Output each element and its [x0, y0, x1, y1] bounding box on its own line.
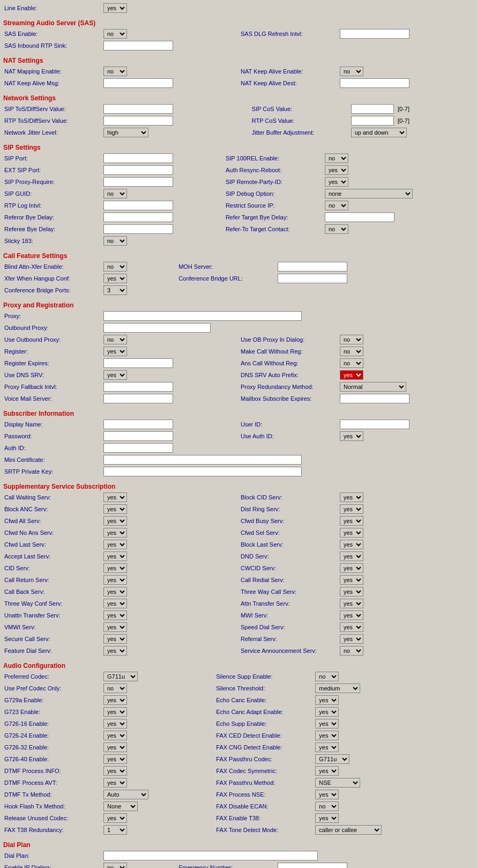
cfwd-busy-select[interactable]: yesno — [340, 516, 363, 526]
fax-codec-sym-select[interactable]: yesno — [315, 766, 339, 776]
dist-ring-select[interactable]: yesno — [340, 504, 363, 514]
dial-plan-input[interactable]: (*xx|*xxxxx[3469]11|0|00|[2-9]xxxxxx|1xx… — [103, 851, 318, 860]
jitter-adj-select[interactable]: up and downup onlydisable — [351, 128, 407, 137]
fax-passthru-method-select[interactable]: NSEReINVITE — [315, 778, 360, 788]
mini-cert-input[interactable] — [103, 455, 302, 465]
rtp-cos-input[interactable]: 6 — [351, 116, 394, 126]
rtp-log-input[interactable]: 0 — [103, 201, 173, 210]
feature-dial-select[interactable]: yesno — [103, 646, 127, 656]
cwcid-select[interactable]: yesno — [340, 563, 363, 573]
three-way-conf-select[interactable]: yesno — [103, 599, 127, 608]
fax-disable-ecan-select[interactable]: noyes — [315, 801, 339, 811]
echo-canc-adapt-select[interactable]: yesno — [315, 707, 339, 717]
blind-attn-select[interactable]: noyes — [103, 262, 127, 271]
rtp-tos-input[interactable]: 0xb8 — [103, 116, 173, 126]
conf-bridge-select[interactable]: 324 — [103, 285, 127, 295]
referee-bye-input[interactable]: 0 — [103, 224, 173, 234]
enable-ip-select[interactable]: noyes — [103, 863, 127, 868]
fax-ced-select[interactable]: yesno — [315, 731, 339, 740]
password-input[interactable]: abcd1234 — [103, 431, 173, 441]
accept-last-select[interactable]: yesno — [103, 551, 127, 561]
use-auth-select[interactable]: yesno — [340, 431, 363, 441]
voice-mail-input[interactable] — [103, 394, 173, 403]
cid-serv-select[interactable]: yesno — [103, 563, 127, 573]
register-expires-input[interactable]: 3600 — [103, 358, 173, 368]
ext-sip-input[interactable] — [103, 165, 173, 175]
auth-id-input[interactable]: 1234567 — [103, 443, 173, 453]
fax-tone-select[interactable]: caller or calleecallercallee — [315, 825, 382, 835]
release-unused-select[interactable]: yesno — [103, 813, 127, 823]
cfwd-no-ans-select[interactable]: yesno — [103, 528, 127, 538]
srtp-key-input[interactable] — [103, 467, 302, 476]
use-ob-proxy-select[interactable]: noyes — [103, 335, 127, 344]
silence-threshold-select[interactable]: mediumlowhigh — [315, 683, 360, 693]
proxy-input[interactable]: localphone.com — [103, 311, 302, 321]
echo-canc-select[interactable]: yesno — [315, 695, 339, 705]
use-pref-codec-select[interactable]: noyes — [103, 683, 127, 693]
sip-100rel-select[interactable]: noyes — [325, 153, 348, 163]
g726-24-select[interactable]: yesno — [103, 731, 127, 740]
make-call-select[interactable]: noyes — [340, 347, 363, 356]
restrict-source-select[interactable]: noyes — [325, 201, 348, 210]
g726-32-select[interactable]: yesno — [103, 742, 127, 752]
xfer-hangup-select[interactable]: yesno — [103, 274, 127, 283]
nat-keepalive-msg-input[interactable]: $NOTIFY — [103, 78, 173, 88]
three-way-call-select[interactable]: yesno — [340, 587, 363, 597]
sip-proxy-require-input[interactable] — [103, 177, 173, 187]
referral-select[interactable]: yesno — [340, 634, 363, 644]
user-id-input[interactable]: 1234567 — [340, 420, 409, 429]
auth-resync-select[interactable]: yesno — [325, 165, 348, 175]
fax-passthru-codec-select[interactable]: G711uG711a — [315, 754, 349, 764]
block-cid-select[interactable]: yesno — [340, 492, 363, 502]
proxy-fallback-input[interactable]: 3600 — [103, 382, 173, 392]
g729a-select[interactable]: yesno — [103, 695, 127, 705]
call-waiting-select[interactable]: yesno — [103, 492, 127, 502]
sticky-select[interactable]: noyes — [103, 236, 127, 246]
sas-dlg-input[interactable]: 30 — [340, 29, 409, 39]
line-enable-select[interactable]: yesno — [103, 3, 127, 13]
speed-dial-select[interactable]: yesno — [340, 622, 363, 632]
refer-target-input[interactable]: 0 — [325, 212, 394, 222]
dtmf-tx-select[interactable]: AutoAVTINFOInBand — [103, 790, 148, 799]
cfwd-sel-select[interactable]: yesno — [340, 528, 363, 538]
secure-call-select[interactable]: yesno — [103, 634, 127, 644]
sip-tos-input[interactable]: 0x68 — [103, 104, 173, 114]
g723-select[interactable]: yesno — [103, 707, 127, 717]
fax-process-nse-select[interactable]: yesno — [315, 790, 339, 799]
cfwd-last-select[interactable]: yesno — [103, 540, 127, 549]
dns-srv-prefix-select[interactable]: yesno — [340, 370, 363, 380]
use-ob-dialog-select[interactable]: noyes — [340, 335, 363, 344]
dtmf-process-info-select[interactable]: yesno — [103, 766, 127, 776]
echo-supp-select[interactable]: yesno — [315, 719, 339, 729]
fax-enable-t38-select[interactable]: yesno — [315, 813, 339, 823]
sas-inbound-input[interactable] — [103, 41, 173, 50]
nat-keepalive-dest-input[interactable]: $PROXY — [340, 78, 409, 88]
use-dns-select[interactable]: yesno — [103, 370, 127, 380]
outbound-proxy-input[interactable] — [103, 323, 211, 333]
cfwd-all-select[interactable]: yesno — [103, 516, 127, 526]
attn-transfer-select[interactable]: yesno — [340, 599, 363, 608]
call-return-select[interactable]: yesno — [103, 575, 127, 585]
call-back-select[interactable]: yesno — [103, 587, 127, 597]
display-name-input[interactable]: Joe Bloggs — [103, 420, 173, 429]
call-redial-select[interactable]: yesno — [340, 575, 363, 585]
silence-supp-select[interactable]: noyes — [315, 672, 339, 681]
sip-remote-select[interactable]: yesno — [325, 177, 348, 187]
block-last-select[interactable]: yesno — [340, 540, 363, 549]
fax-cng-select[interactable]: yesno — [315, 742, 339, 752]
jitter-level-select[interactable]: highmediumlow — [103, 128, 148, 137]
proxy-redundancy-select[interactable]: NormalBased on SRV Port — [340, 382, 406, 392]
block-anc-select[interactable]: yesno — [103, 504, 127, 514]
dtmf-process-avt-select[interactable]: yesno — [103, 778, 127, 788]
mwi-select[interactable]: yesno — [340, 610, 363, 620]
emergency-input[interactable] — [278, 863, 347, 868]
dnd-select[interactable]: yesno — [340, 551, 363, 561]
nat-mapping-select[interactable]: noyes — [103, 67, 127, 76]
preferred-codec-select[interactable]: G711uG711aG729a — [103, 672, 138, 681]
register-select[interactable]: yesno — [103, 347, 127, 356]
nat-keepalive-enable-select[interactable]: noyes — [340, 67, 363, 76]
unattn-transfer-select[interactable]: yesno — [103, 610, 127, 620]
g726-40-select[interactable]: yesno — [103, 754, 127, 764]
sip-debug-select[interactable]: none1-linefull — [325, 189, 413, 198]
vmwi-select[interactable]: yesno — [103, 622, 127, 632]
